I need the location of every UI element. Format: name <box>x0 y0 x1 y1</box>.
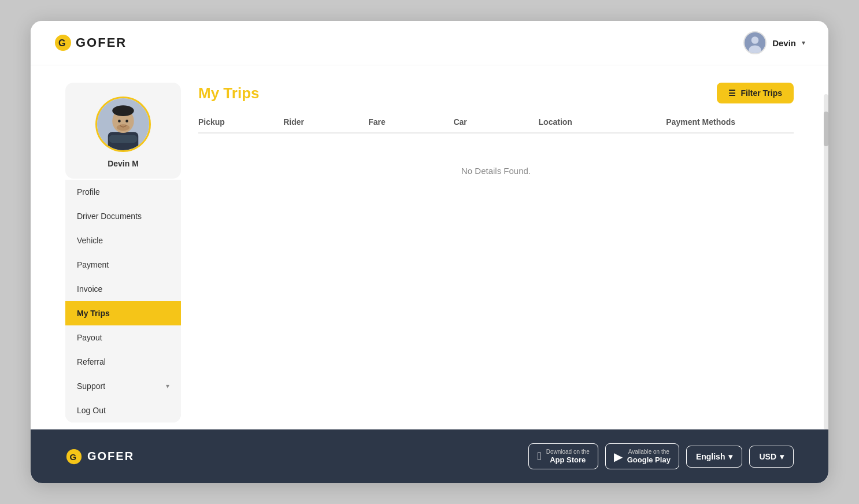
svg-rect-8 <box>109 135 138 143</box>
currency-label: USD <box>759 452 776 461</box>
scrollbar-thumb[interactable] <box>824 112 828 146</box>
google-play-icon: ▶ <box>614 450 623 464</box>
trips-header: My Trips ☰ Filter Trips <box>198 83 794 103</box>
sidebar-item-label: Profile <box>77 187 100 197</box>
col-payment-methods: Payment Methods <box>666 117 794 127</box>
sidebar-item-payment[interactable]: Payment <box>65 253 181 277</box>
footer: G GOFER  Download on the App Store ▶ Av… <box>31 429 828 483</box>
svg-text:G: G <box>70 451 77 461</box>
sidebar-item-support[interactable]: Support ▾ <box>65 374 181 398</box>
filter-trips-label: Filter Trips <box>740 88 782 98</box>
sidebar-item-logout[interactable]: Log Out <box>65 398 181 423</box>
language-label: English <box>696 452 725 461</box>
logo[interactable]: G GOFER <box>54 34 127 52</box>
avatar-image <box>745 32 765 53</box>
col-pickup: Pickup <box>198 117 283 127</box>
google-play-line2: Google Play <box>627 455 671 464</box>
footer-logo-text: GOFER <box>87 450 134 463</box>
apple-icon:  <box>537 450 541 463</box>
col-car: Car <box>453 117 538 127</box>
app-store-line1: Download on the <box>546 449 590 455</box>
page-title: My Trips <box>198 84 259 102</box>
filter-icon: ☰ <box>728 88 736 98</box>
sidebar-item-profile[interactable]: Profile <box>65 180 181 204</box>
avatar-circle <box>95 97 151 152</box>
currency-selector[interactable]: USD ▾ <box>749 446 794 468</box>
svg-point-11 <box>118 120 121 123</box>
header: G GOFER Devin ▾ <box>31 21 828 65</box>
app-store-button[interactable]:  Download on the App Store <box>528 443 598 469</box>
sidebar-nav: Profile Driver Documents Vehicle Payment… <box>65 180 181 423</box>
main-content: Devin M Profile Driver Documents Vehicle… <box>31 65 828 429</box>
chevron-down-icon: ▾ <box>728 452 732 461</box>
sidebar-item-label: Payout <box>77 333 102 342</box>
sidebar-item-label: Log Out <box>77 406 106 415</box>
logo-text: GOFER <box>76 35 127 50</box>
filter-trips-button[interactable]: ☰ Filter Trips <box>717 83 794 103</box>
user-name-header: Devin <box>772 38 796 48</box>
footer-logo: G GOFER <box>65 448 134 465</box>
trips-panel: My Trips ☰ Filter Trips Pickup Rider Far… <box>198 83 794 429</box>
trips-empty-message: No Details Found. <box>198 143 794 199</box>
svg-text:G: G <box>58 38 65 48</box>
chevron-down-icon: ▾ <box>802 39 805 47</box>
sidebar-item-payout[interactable]: Payout <box>65 325 181 350</box>
app-store-line2: App Store <box>546 455 590 464</box>
footer-actions:  Download on the App Store ▶ Available … <box>528 443 794 469</box>
chevron-down-icon: ▾ <box>166 382 169 390</box>
language-selector[interactable]: English ▾ <box>686 446 743 468</box>
svg-point-12 <box>125 120 128 123</box>
col-fare: Fare <box>368 117 453 127</box>
google-play-line1: Available on the <box>627 449 671 455</box>
user-menu[interactable]: Devin ▾ <box>743 31 805 54</box>
col-location: Location <box>539 117 667 127</box>
scrollbar[interactable] <box>824 94 828 429</box>
sidebar-item-label: Driver Documents <box>77 212 142 221</box>
footer-logo-icon: G <box>65 448 83 465</box>
sidebar-item-label: Payment <box>77 260 109 269</box>
sidebar-item-label: My Trips <box>77 309 110 318</box>
svg-point-9 <box>112 105 134 116</box>
sidebar-item-invoice[interactable]: Invoice <box>65 277 181 301</box>
google-play-button[interactable]: ▶ Available on the Google Play <box>605 443 679 469</box>
sidebar-item-my-trips[interactable]: My Trips <box>65 301 181 325</box>
chevron-down-icon: ▾ <box>780 452 784 461</box>
sidebar-item-label: Vehicle <box>77 236 103 245</box>
sidebar-item-referral[interactable]: Referral <box>65 350 181 374</box>
sidebar-item-driver-documents[interactable]: Driver Documents <box>65 204 181 228</box>
profile-avatar-image <box>97 98 149 150</box>
sidebar-item-vehicle[interactable]: Vehicle <box>65 228 181 253</box>
sidebar-item-label: Invoice <box>77 284 102 294</box>
trips-table-header: Pickup Rider Fare Car Location Payment M… <box>198 117 794 134</box>
col-rider: Rider <box>283 117 368 127</box>
sidebar: Devin M Profile Driver Documents Vehicle… <box>65 83 181 429</box>
sidebar-item-label: Support <box>77 381 105 391</box>
svg-point-3 <box>751 36 759 44</box>
sidebar-username: Devin M <box>108 159 139 168</box>
avatar <box>743 31 767 54</box>
sidebar-profile-card: Devin M <box>65 83 181 179</box>
logo-icon: G <box>54 34 72 52</box>
svg-point-10 <box>117 124 130 131</box>
sidebar-item-label: Referral <box>77 357 106 366</box>
